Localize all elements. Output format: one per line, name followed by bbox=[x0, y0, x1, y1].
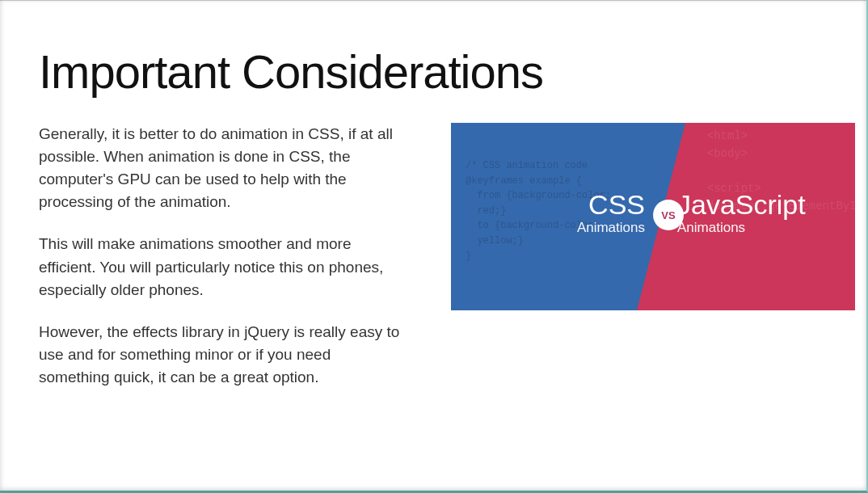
js-title: JavaScript bbox=[677, 191, 839, 218]
vs-graphic: /* CSS animation code @keyframes example… bbox=[451, 123, 855, 310]
css-title: CSS bbox=[499, 191, 645, 218]
paragraph: However, the effects library in jQuery i… bbox=[39, 321, 402, 389]
css-subtitle: Animations bbox=[499, 220, 645, 236]
paragraph: Generally, it is better to do animation … bbox=[39, 123, 402, 213]
slide-columns: Generally, it is better to do animation … bbox=[39, 123, 834, 408]
css-label: CSS Animations bbox=[499, 191, 645, 236]
paragraph: This will make animations smoother and m… bbox=[39, 233, 402, 301]
vs-badge: VS bbox=[653, 200, 684, 230]
slide: Important Considerations Generally, it i… bbox=[0, 0, 866, 432]
slide-title: Important Considerations bbox=[39, 44, 834, 99]
text-column: Generally, it is better to do animation … bbox=[39, 123, 402, 408]
image-column: /* CSS animation code @keyframes example… bbox=[451, 123, 855, 310]
javascript-label: JavaScript Animations bbox=[677, 191, 839, 236]
js-subtitle: Animations bbox=[677, 220, 839, 236]
